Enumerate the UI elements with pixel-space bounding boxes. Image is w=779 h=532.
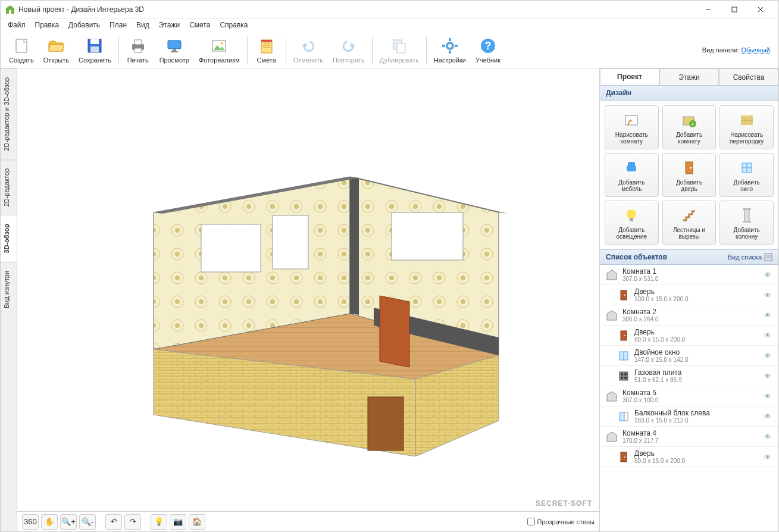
visibility-toggle[interactable]: 👁 (764, 412, 774, 421)
object-dimensions: 307.0 x 531.0 (622, 276, 764, 282)
object-dimensions: 147.0 x 15.0 x 142.0 (634, 356, 764, 363)
maximize-button[interactable] (721, 1, 747, 18)
menu-plan[interactable]: План (105, 20, 132, 30)
object-row[interactable]: Дверь100.0 x 15.0 x 200.0👁 (600, 285, 778, 305)
object-row[interactable]: Комната 2306.0 x 264.0👁 (600, 305, 778, 326)
visibility-toggle[interactable]: 👁 (764, 271, 774, 279)
right-tabs: Проект Этажи Свойства (600, 68, 778, 85)
svg-rect-76 (743, 208, 751, 210)
home-button[interactable]: 🏠 (189, 514, 205, 530)
object-name: Дверь (634, 328, 764, 336)
stairs-button[interactable]: Лестницы и вырезы (662, 201, 717, 245)
photoreal-button[interactable]: Фотореализм (194, 35, 245, 65)
visibility-toggle[interactable]: 👁 (764, 352, 774, 360)
svg-rect-3 (732, 7, 737, 12)
object-name: Балконный блок слева (634, 409, 764, 417)
tab-2d-3d[interactable]: 2D-редактор и 3D-обзор (1, 68, 17, 159)
rotate-right-button[interactable]: ↷ (124, 514, 141, 530)
add-room-button[interactable]: + Добавить комнату (662, 105, 717, 149)
menu-file[interactable]: Файл (3, 20, 30, 30)
help-icon: ? (478, 36, 498, 55)
visibility-toggle[interactable]: 👁 (764, 392, 774, 400)
balcony-icon (617, 409, 631, 424)
print-button[interactable]: Печать (121, 35, 155, 65)
object-row[interactable]: Двойное окно147.0 x 15.0 x 142.0👁 (600, 346, 778, 366)
menu-add[interactable]: Добавить (64, 20, 105, 30)
window-icon (617, 349, 631, 363)
menu-estimate[interactable]: Смета (184, 20, 215, 30)
object-row[interactable]: Комната 4170.0 x 217.7👁 (600, 427, 778, 447)
add-window-button[interactable]: Добавить окно (719, 153, 774, 197)
redo-button[interactable]: Повторить (328, 35, 370, 65)
menu-edit[interactable]: Правка (30, 20, 64, 30)
object-row[interactable]: Дверь80.0 x 15.0 x 200.0👁 (600, 447, 778, 467)
object-dimensions: 80.0 x 15.0 x 200.0 (634, 336, 764, 343)
tab-properties[interactable]: Свойства (719, 68, 778, 85)
tab-2d-editor[interactable]: 2D-редактор (1, 159, 17, 215)
tab-floors[interactable]: Этажи (659, 68, 719, 85)
tutorial-button[interactable]: ? Учебник (471, 35, 505, 65)
svg-point-83 (624, 295, 625, 296)
draw-room-button[interactable]: Нарисовать комнату (605, 105, 659, 149)
orbit-360-button[interactable]: 360 (22, 514, 39, 530)
tab-project[interactable]: Проект (600, 68, 659, 85)
room-icon (605, 268, 619, 282)
duplicate-button[interactable]: Дублировать (375, 35, 424, 65)
menu-floors[interactable]: Этажи (154, 20, 184, 30)
tab-inside-view[interactable]: Вид изнутри (1, 262, 17, 317)
visibility-toggle[interactable]: 👁 (764, 453, 774, 461)
window-icon (737, 158, 756, 177)
estimate-button[interactable]: Смета (250, 35, 283, 65)
svg-rect-33 (442, 45, 445, 47)
object-list[interactable]: Комната 1307.0 x 531.0👁Дверь100.0 x 15.0… (600, 265, 778, 531)
toolbar-separator (247, 36, 248, 64)
draw-room-icon (622, 111, 641, 130)
rotate-left-button[interactable]: ↶ (105, 514, 122, 530)
add-door-button[interactable]: Добавить дверь (662, 153, 717, 197)
object-dimensions: 307.0 x 100.0 (622, 397, 764, 403)
visibility-toggle[interactable]: 👁 (764, 291, 774, 299)
door-icon (680, 158, 699, 177)
svg-rect-54 (392, 212, 463, 260)
transparent-walls-toggle[interactable]: Прозрачные стены (527, 518, 595, 525)
save-button[interactable]: Сохранить (74, 35, 116, 65)
menu-view[interactable]: Вид (132, 20, 154, 30)
visibility-toggle[interactable]: 👁 (764, 433, 774, 441)
settings-button[interactable]: Настройки (429, 35, 471, 65)
menu-help[interactable]: Справка (215, 20, 252, 30)
light-button[interactable]: 💡 (151, 514, 167, 530)
visibility-toggle[interactable]: 👁 (764, 331, 774, 340)
object-row[interactable]: Комната 5307.0 x 100.0👁 (600, 386, 778, 406)
add-light-button[interactable]: Добавить освещение (605, 201, 659, 245)
camera-button[interactable]: 📷 (170, 514, 186, 530)
undo-button[interactable]: Отменить (289, 35, 328, 65)
draw-partition-button[interactable]: Нарисовать перегородку (719, 105, 774, 149)
object-row[interactable]: Газовая плита51.0 x 62.1 x 86.9👁 (600, 366, 778, 386)
create-button[interactable]: Создать (4, 35, 39, 65)
armchair-icon (622, 158, 641, 177)
transparent-walls-checkbox[interactable] (527, 518, 535, 525)
zoom-in-button[interactable]: 🔍+ (60, 514, 77, 530)
close-button[interactable] (747, 1, 774, 18)
canvas-3d[interactable]: SECRET-SOFT (17, 68, 599, 511)
add-column-button[interactable]: Добавить колонну (719, 201, 774, 245)
tab-3d-view[interactable]: 3D-обзор (1, 215, 17, 262)
object-row[interactable]: Балконный блок слева183.0 x 15.0 x 212.0… (600, 406, 778, 427)
add-furniture-button[interactable]: Добавить мебель (605, 153, 659, 197)
zoom-out-button[interactable]: 🔍- (79, 514, 96, 530)
svg-rect-31 (449, 38, 451, 41)
minimize-button[interactable] (695, 1, 721, 18)
open-button[interactable]: Открыть (39, 35, 74, 65)
object-row[interactable]: Комната 1307.0 x 531.0👁 (600, 265, 778, 285)
svg-rect-58 (368, 397, 403, 450)
visibility-toggle[interactable]: 👁 (764, 372, 774, 380)
list-view-icon (764, 253, 772, 261)
object-row[interactable]: Дверь80.0 x 15.0 x 200.0👁 (600, 326, 778, 346)
monitor-icon (165, 36, 184, 55)
preview-button[interactable]: Просмотр (155, 35, 194, 65)
list-view-toggle[interactable]: Вид списка (728, 253, 772, 261)
svg-point-86 (624, 335, 625, 336)
pan-button[interactable]: ✋ (41, 514, 58, 530)
panel-mode-link[interactable]: Обычный (741, 46, 770, 54)
visibility-toggle[interactable]: 👁 (764, 311, 774, 320)
